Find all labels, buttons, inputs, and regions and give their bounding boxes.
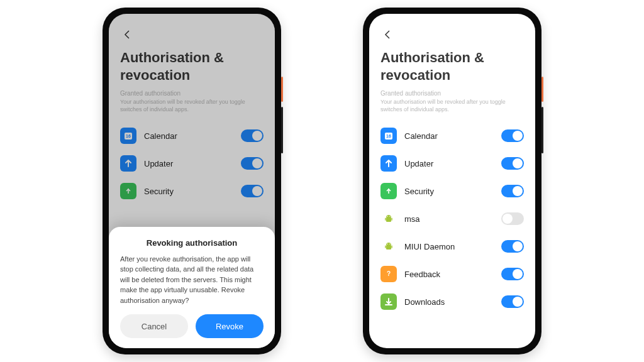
app-row-calendar: Calendar bbox=[380, 122, 524, 150]
toggle-updater[interactable] bbox=[501, 157, 524, 170]
app-name: MIUI Daemon bbox=[404, 242, 494, 251]
toggle-calendar[interactable] bbox=[501, 129, 524, 142]
app-row-downloads: Downloads bbox=[380, 288, 524, 315]
revoke-dialog: Revoking authorisation After you revoke … bbox=[109, 227, 275, 349]
back-button[interactable] bbox=[380, 28, 394, 41]
volume-button bbox=[541, 107, 543, 153]
download-icon bbox=[380, 293, 397, 310]
cancel-button[interactable]: Cancel bbox=[120, 314, 188, 338]
app-row-updater: Updater bbox=[380, 150, 524, 177]
section-label: Granted authorisation bbox=[380, 90, 524, 97]
app-name: Calendar bbox=[404, 131, 494, 141]
toggle-downloads[interactable] bbox=[501, 295, 524, 308]
toggle-miui[interactable] bbox=[501, 240, 524, 253]
dialog-title: Revoking authorisation bbox=[120, 238, 264, 248]
calendar-icon bbox=[380, 128, 397, 144]
revoke-button[interactable]: Revoke bbox=[196, 314, 264, 338]
toggle-security[interactable] bbox=[501, 185, 524, 197]
power-button bbox=[541, 77, 543, 102]
phone-right: Authorisation & revocation Granted autho… bbox=[363, 8, 541, 354]
arrow-up-icon bbox=[380, 155, 397, 172]
shield-icon bbox=[380, 183, 397, 199]
volume-button bbox=[281, 107, 283, 153]
app-row-msa: msa bbox=[380, 205, 524, 233]
toggle-feedback[interactable] bbox=[501, 268, 524, 280]
toggle-msa[interactable] bbox=[501, 212, 524, 225]
section-help: Your authorisation will be revoked after… bbox=[380, 98, 513, 113]
app-row-feedback: Feedback bbox=[380, 260, 524, 288]
app-name: Downloads bbox=[404, 297, 494, 307]
app-name: Feedback bbox=[404, 270, 494, 279]
app-name: Updater bbox=[404, 159, 494, 168]
app-row-security: Security bbox=[380, 177, 524, 205]
question-icon bbox=[380, 266, 397, 282]
phone-left: Authorisation & revocation Granted autho… bbox=[103, 8, 281, 354]
dialog-body: After you revoke authorisation, the app … bbox=[120, 254, 264, 306]
android-icon bbox=[380, 211, 397, 227]
page-title: Authorisation & revocation bbox=[380, 49, 524, 84]
authorisation-screen: Authorisation & revocation Granted autho… bbox=[369, 14, 535, 348]
app-name: msa bbox=[404, 214, 494, 224]
android-icon bbox=[380, 238, 397, 255]
back-arrow-icon bbox=[382, 29, 393, 40]
app-row-miui: MIUI Daemon bbox=[380, 233, 524, 260]
app-name: Security bbox=[404, 187, 494, 196]
app-list: CalendarUpdaterSecuritymsaMIUI DaemonFee… bbox=[380, 122, 524, 315]
power-button bbox=[281, 77, 283, 102]
